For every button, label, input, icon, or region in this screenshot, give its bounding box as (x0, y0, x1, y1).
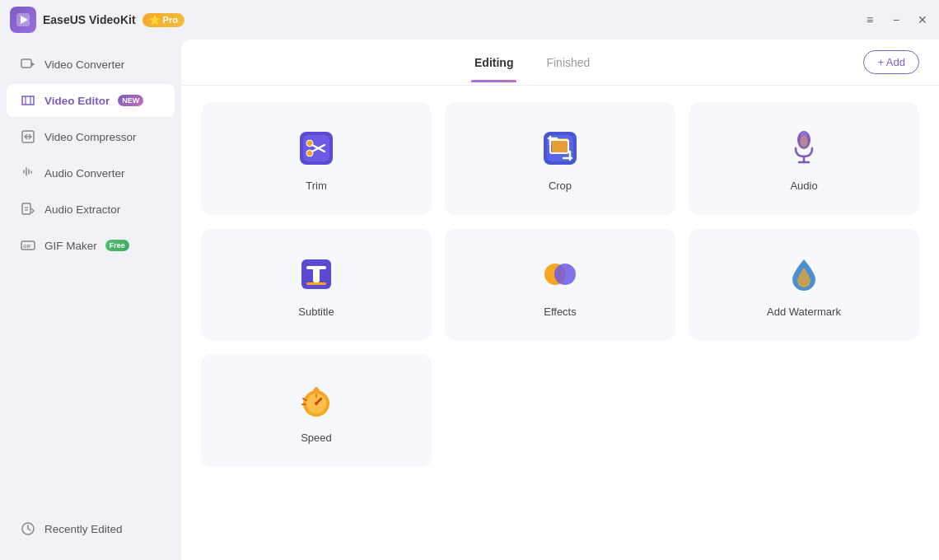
grid: Trim (201, 102, 919, 467)
app-title: EaseUS VideoKit (43, 13, 136, 26)
svg-rect-8 (22, 203, 30, 214)
top-nav: Editing Finished + Add (181, 40, 939, 86)
card-crop[interactable]: Crop (445, 102, 675, 215)
tab-editing[interactable]: Editing (471, 43, 516, 82)
sidebar-item-video-editor[interactable]: Video Editor NEW (7, 84, 175, 117)
content-area: Editing Finished + Add (181, 40, 939, 560)
new-badge: NEW (118, 95, 143, 106)
sidebar-item-gif-maker[interactable]: GIF GIF Maker Free (7, 229, 175, 262)
svg-point-48 (315, 402, 318, 405)
card-trim[interactable]: Trim (201, 102, 432, 215)
add-button[interactable]: + Add (863, 50, 919, 74)
free-badge: Free (105, 240, 129, 251)
card-trim-label: Trim (306, 180, 327, 192)
tab-container: Editing Finished (201, 43, 863, 82)
sidebar-label-audio-converter: Audio Converter (44, 167, 125, 180)
card-audio[interactable]: Audio (689, 102, 919, 215)
card-crop-label: Crop (549, 180, 572, 192)
card-add-watermark[interactable]: Add Watermark (689, 228, 919, 341)
card-effects-label: Effects (544, 306, 577, 318)
video-compressor-icon (20, 128, 36, 145)
card-audio-label: Audio (790, 180, 817, 192)
crop-icon (537, 125, 583, 171)
card-speed-label: Speed (301, 432, 332, 444)
sidebar-item-recently-edited[interactable]: Recently Edited (7, 512, 175, 545)
svg-point-34 (800, 136, 808, 147)
card-add-watermark-label: Add Watermark (767, 306, 841, 318)
sidebar-bottom: Recently Edited (0, 511, 181, 553)
title-bar: EaseUS VideoKit ⭐ Pro ≡ − ✕ (0, 0, 939, 40)
main-layout: Video Converter Video Editor NEW (0, 40, 939, 560)
svg-marker-3 (31, 62, 35, 67)
svg-rect-2 (21, 59, 31, 68)
gif-maker-icon: GIF (20, 237, 36, 254)
sidebar-label-gif-maker: GIF Maker (44, 240, 97, 252)
grid-container: Trim (181, 86, 939, 560)
sidebar-label-recently-edited: Recently Edited (44, 523, 123, 535)
svg-point-40 (554, 264, 576, 285)
effects-icon (537, 251, 583, 297)
sidebar-item-video-converter[interactable]: Video Converter (7, 48, 175, 81)
audio-icon (781, 125, 827, 171)
app-logo (10, 7, 36, 33)
speed-icon (293, 377, 339, 423)
sidebar-label-audio-extractor: Audio Extractor (44, 203, 120, 216)
svg-line-15 (28, 529, 30, 530)
menu-icon[interactable]: ≡ (863, 13, 876, 26)
video-editor-icon (20, 92, 36, 109)
card-subtitle[interactable]: Subtitle (201, 228, 432, 341)
svg-rect-44 (315, 387, 318, 390)
card-subtitle-label: Subtitle (298, 306, 334, 318)
minimize-icon[interactable]: − (890, 13, 903, 26)
clock-icon (20, 520, 36, 537)
sidebar-label-video-compressor: Video Compressor (44, 131, 137, 143)
trim-icon (293, 125, 339, 171)
pro-badge: ⭐ Pro (142, 13, 185, 27)
svg-rect-37 (313, 266, 320, 282)
card-speed[interactable]: Speed (201, 354, 432, 467)
subtitle-icon (293, 251, 339, 297)
svg-text:GIF: GIF (23, 244, 31, 249)
sidebar-label-video-converter: Video Converter (44, 58, 124, 71)
video-converter-icon (20, 56, 36, 72)
audio-converter-icon (20, 165, 36, 181)
sidebar-item-audio-converter[interactable]: Audio Converter (7, 156, 175, 189)
watermark-icon (781, 251, 827, 297)
svg-rect-38 (306, 282, 326, 285)
tab-finished[interactable]: Finished (543, 43, 593, 82)
audio-extractor-icon (20, 201, 36, 217)
sidebar-label-video-editor: Video Editor (44, 95, 110, 107)
card-effects[interactable]: Effects (445, 228, 675, 341)
sidebar-item-audio-extractor[interactable]: Audio Extractor (7, 193, 175, 226)
sidebar-item-video-compressor[interactable]: Video Compressor (7, 120, 175, 153)
sidebar: Video Converter Video Editor NEW (0, 40, 181, 560)
close-icon[interactable]: ✕ (916, 13, 929, 26)
